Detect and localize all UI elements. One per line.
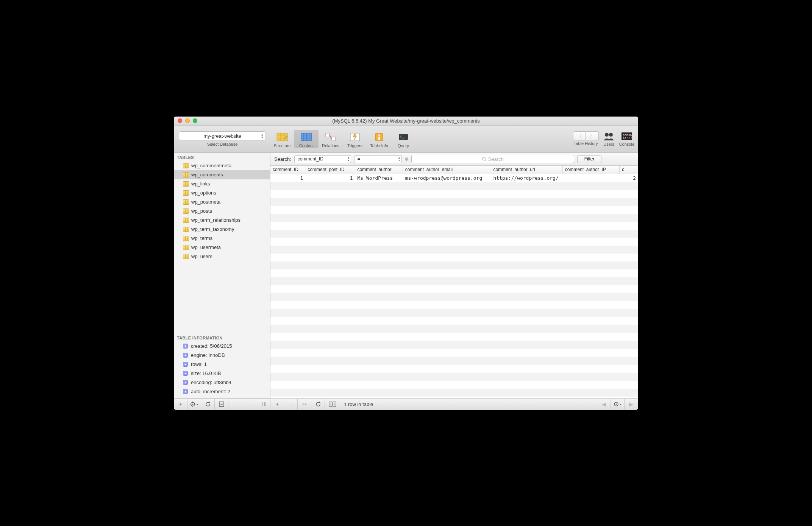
prev-page-button[interactable]: ◀ [597, 399, 611, 410]
table-row[interactable] [270, 341, 638, 349]
table-icon [183, 209, 189, 214]
zoom-window-button[interactable] [193, 118, 197, 123]
close-window-button[interactable] [178, 118, 182, 123]
table-row[interactable] [270, 389, 638, 397]
table-row[interactable] [270, 261, 638, 269]
data-grid[interactable]: comment_ID comment_post_ID comment_autho… [270, 166, 638, 398]
remove-row-button[interactable]: － [284, 399, 298, 410]
cell[interactable]: 1 [305, 175, 355, 181]
console-icon[interactable]: consoleoff [620, 131, 633, 141]
table-row[interactable] [270, 293, 638, 301]
content-area: Search: comment_ID ▴▾ = ▴▾ Search Filter [270, 153, 638, 398]
history-back-button[interactable]: 〈 [573, 131, 586, 140]
refresh-tables-button[interactable] [201, 399, 215, 410]
sidebar-table-item[interactable]: wp_postmeta [174, 198, 270, 207]
table-icon [183, 236, 189, 241]
filter-button[interactable]: Filter [577, 155, 602, 163]
column-header[interactable]: comment_author_url [491, 166, 563, 174]
table-row[interactable] [270, 238, 638, 246]
sidebar: TABLES wp_commentmetawp_commentswp_links… [174, 153, 270, 398]
table-row[interactable] [270, 357, 638, 365]
search-bar: Search: comment_ID ▴▾ = ▴▾ Search Filter [270, 153, 638, 166]
sidebar-table-item[interactable]: wp_posts [174, 207, 270, 216]
table-row[interactable] [270, 246, 638, 254]
table-icon [183, 227, 189, 232]
table-row[interactable] [270, 182, 638, 190]
refresh-rows-button[interactable] [311, 399, 325, 410]
tab-table-info[interactable]: Table Info [367, 130, 391, 148]
table-row[interactable] [270, 285, 638, 293]
table-icon [183, 190, 189, 196]
cell[interactable]: ms-wrodpress@wordpress.org [403, 175, 491, 181]
table-actions-button[interactable]: ▾ [187, 399, 201, 410]
cell[interactable]: 2 [620, 175, 638, 181]
tab-structure[interactable]: Structure [270, 130, 294, 148]
sidebar-resize-handle[interactable] [262, 402, 268, 406]
table-row[interactable] [270, 309, 638, 317]
table-row[interactable] [270, 190, 638, 198]
info-bullet-icon [183, 353, 188, 358]
tab-triggers[interactable]: Triggers [343, 130, 367, 148]
search-column-selector[interactable]: comment_ID ▴▾ [294, 155, 351, 163]
structure-icon [276, 131, 289, 143]
table-row[interactable] [270, 254, 638, 261]
table-row[interactable] [270, 349, 638, 357]
sidebar-table-item[interactable]: wp_usermeta [174, 243, 270, 252]
column-header[interactable]: comment_post_ID [305, 166, 355, 174]
table-row[interactable] [270, 381, 638, 389]
table-row[interactable] [270, 365, 638, 373]
table-row[interactable] [270, 198, 638, 206]
sidebar-table-item[interactable]: wp_options [174, 188, 270, 198]
table-info-list: created: 5/06/2015engine: InnoDBrows: 1s… [174, 342, 270, 398]
column-header[interactable]: c [620, 166, 638, 174]
database-selector[interactable]: my-great-website ▴▾ [179, 131, 266, 140]
search-column-value: comment_ID [298, 156, 323, 162]
table-row[interactable] [270, 222, 638, 230]
table-row[interactable] [270, 277, 638, 285]
tables-list: wp_commentmetawp_commentswp_linkswp_opti… [174, 161, 270, 261]
info-icon [373, 131, 386, 143]
sidebar-table-item[interactable]: wp_users [174, 252, 270, 261]
table-row[interactable] [270, 373, 638, 381]
column-header[interactable]: comment_author_email [403, 166, 491, 174]
chevron-updown-icon: ▴▾ [398, 156, 400, 162]
sidebar-table-item[interactable]: wp_commentmeta [174, 161, 270, 170]
pagination-settings-button[interactable] [325, 399, 340, 410]
users-icon[interactable] [603, 131, 615, 141]
sidebar-table-item[interactable]: wp_terms [174, 234, 270, 243]
table-row[interactable] [270, 214, 638, 222]
next-page-button[interactable]: ▶ [625, 399, 638, 410]
toggle-info-button[interactable] [215, 399, 228, 410]
add-table-button[interactable]: ＋ [174, 399, 187, 410]
table-row[interactable]: 11Ms WordPressms-wrodpress@wordpress.org… [270, 174, 638, 182]
table-row[interactable] [270, 333, 638, 341]
sidebar-table-item[interactable]: wp_links [174, 179, 270, 188]
minimize-window-button[interactable] [185, 118, 190, 123]
sidebar-table-item[interactable]: wp_term_taxonomy [174, 225, 270, 234]
column-header[interactable]: comment_ID [270, 166, 305, 174]
table-row[interactable] [270, 325, 638, 333]
sidebar-table-item[interactable]: wp_term_relationships [174, 216, 270, 225]
table-row[interactable] [270, 301, 638, 309]
search-operator-selector[interactable]: = ▴▾ [354, 155, 402, 163]
table-row[interactable] [270, 206, 638, 214]
cell[interactable]: Ms WordPress [355, 175, 403, 181]
table-row[interactable] [270, 230, 638, 238]
add-row-button[interactable]: ＋ [270, 399, 284, 410]
tab-relations[interactable]: Relations [319, 130, 343, 148]
page-actions-button[interactable]: ▾ [611, 399, 625, 410]
sidebar-table-item[interactable]: wp_comments [174, 170, 270, 179]
svg-text:off: off [627, 137, 632, 140]
column-header[interactable]: comment_author_IP [563, 166, 620, 174]
duplicate-row-button[interactable] [298, 399, 311, 410]
cell[interactable]: https://wordpress.org/ [491, 175, 563, 181]
search-input[interactable]: Search [411, 155, 574, 163]
history-forward-button[interactable]: 〉 [586, 131, 599, 140]
tab-query[interactable]: Query [391, 130, 415, 148]
titlebar: (MySQL 5.5.42) My Great Website/my-great… [174, 117, 638, 126]
table-row[interactable] [270, 269, 638, 277]
column-header[interactable]: comment_author [355, 166, 403, 174]
tab-content[interactable]: Content [294, 130, 319, 148]
table-row[interactable] [270, 317, 638, 325]
cell[interactable]: 1 [270, 175, 305, 181]
